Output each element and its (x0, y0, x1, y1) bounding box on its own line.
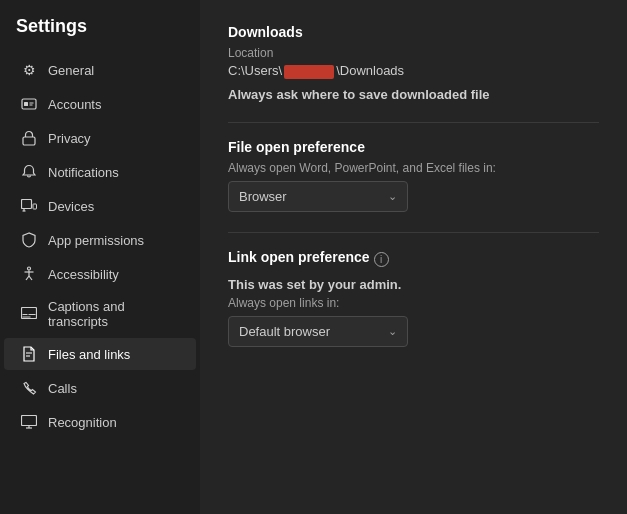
settings-title: Settings (0, 16, 200, 53)
captions-icon (20, 305, 38, 323)
sidebar-item-captions[interactable]: Captions and transcripts (4, 292, 196, 336)
svg-point-9 (28, 267, 31, 270)
sidebar-label-devices: Devices (48, 199, 94, 214)
redacted-username (284, 65, 334, 79)
link-open-description: Always open links in: (228, 296, 599, 310)
divider-1 (228, 122, 599, 123)
divider-2 (228, 232, 599, 233)
sidebar-item-accounts[interactable]: Accounts (4, 88, 196, 120)
link-open-title-row: Link open preference i (228, 249, 599, 271)
downloads-location-label: Location (228, 46, 599, 60)
shield-icon (20, 231, 38, 249)
downloads-location-value: C:\Users\\Downloads (228, 63, 599, 79)
svg-rect-5 (22, 200, 32, 209)
sidebar-item-privacy[interactable]: Privacy (4, 122, 196, 154)
info-icon[interactable]: i (374, 252, 389, 267)
sidebar-item-accessibility[interactable]: Accessibility (4, 258, 196, 290)
svg-line-12 (26, 276, 29, 280)
link-open-admin-note: This was set by your admin. (228, 277, 599, 292)
downloads-section: Downloads Location C:\Users\\Downloads A… (228, 24, 599, 102)
file-icon (20, 345, 38, 363)
monitor-icon (20, 413, 38, 431)
sidebar-item-calls[interactable]: Calls (4, 372, 196, 404)
main-content: Downloads Location C:\Users\\Downloads A… (200, 0, 627, 514)
downloads-ask-note: Always ask where to save downloaded file (228, 87, 599, 102)
sidebar-label-files-and-links: Files and links (48, 347, 130, 362)
svg-line-13 (29, 276, 32, 280)
phone-icon (20, 379, 38, 397)
file-open-dropdown-value: Browser (239, 189, 287, 204)
link-open-dropdown-value: Default browser (239, 324, 330, 339)
file-open-section: File open preference Always open Word, P… (228, 139, 599, 212)
sidebar-item-files-and-links[interactable]: Files and links (4, 338, 196, 370)
svg-rect-20 (22, 416, 37, 426)
accessibility-icon (20, 265, 38, 283)
path-suffix: \Downloads (336, 63, 404, 78)
svg-rect-4 (23, 137, 35, 145)
link-open-dropdown[interactable]: Default browser ⌄ (228, 316, 408, 347)
sidebar-label-recognition: Recognition (48, 415, 117, 430)
sidebar-label-accounts: Accounts (48, 97, 101, 112)
chevron-down-icon: ⌄ (388, 190, 397, 203)
sidebar-label-accessibility: Accessibility (48, 267, 119, 282)
svg-rect-1 (24, 102, 28, 106)
file-open-dropdown[interactable]: Browser ⌄ (228, 181, 408, 212)
sidebar-label-captions: Captions and transcripts (48, 299, 180, 329)
lock-icon (20, 129, 38, 147)
sidebar-item-notifications[interactable]: Notifications (4, 156, 196, 188)
file-open-title: File open preference (228, 139, 599, 155)
gear-icon: ⚙ (20, 61, 38, 79)
file-open-description: Always open Word, PowerPoint, and Excel … (228, 161, 599, 175)
path-prefix: C:\Users\ (228, 63, 282, 78)
id-card-icon (20, 95, 38, 113)
sidebar-item-app-permissions[interactable]: App permissions (4, 224, 196, 256)
chevron-down-icon-2: ⌄ (388, 325, 397, 338)
sidebar-item-devices[interactable]: Devices (4, 190, 196, 222)
downloads-title: Downloads (228, 24, 599, 40)
app-container: Settings ⚙ General Accounts (0, 0, 627, 514)
svg-rect-16 (29, 314, 36, 315)
sidebar: Settings ⚙ General Accounts (0, 0, 200, 514)
sidebar-label-privacy: Privacy (48, 131, 91, 146)
sidebar-label-notifications: Notifications (48, 165, 119, 180)
svg-rect-15 (23, 314, 28, 315)
svg-rect-6 (33, 204, 37, 209)
sidebar-label-general: General (48, 63, 94, 78)
sidebar-item-recognition[interactable]: Recognition (4, 406, 196, 438)
bell-icon (20, 163, 38, 181)
sidebar-item-general[interactable]: ⚙ General (4, 54, 196, 86)
sidebar-label-app-permissions: App permissions (48, 233, 144, 248)
link-open-section: Link open preference i This was set by y… (228, 249, 599, 347)
link-open-title: Link open preference (228, 249, 370, 265)
svg-rect-17 (23, 317, 31, 318)
sidebar-label-calls: Calls (48, 381, 77, 396)
device-icon (20, 197, 38, 215)
